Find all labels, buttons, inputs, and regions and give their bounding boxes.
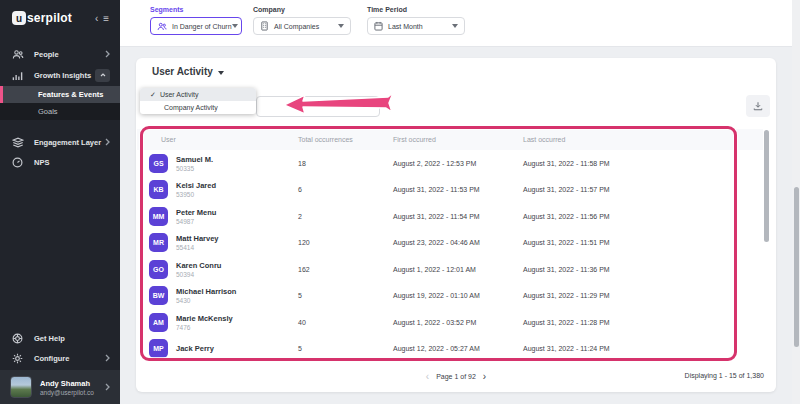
user-id: 50394 xyxy=(176,271,221,278)
displaying-count: Displaying 1 - 15 of 1,380 xyxy=(685,372,764,379)
segments-select[interactable]: In Danger of Churn xyxy=(150,17,242,35)
page-scrollbar[interactable] xyxy=(792,0,800,404)
table-row[interactable]: MP Jack Perry 5 August 12, 2022 - 05:27 … xyxy=(137,336,763,362)
logo-u-icon: u xyxy=(12,11,26,25)
user-id: 7476 xyxy=(176,324,233,331)
user-name: Karen Conru xyxy=(176,261,221,270)
avatar: AM xyxy=(149,313,168,332)
company-filter: Company All Companies xyxy=(253,6,351,35)
occurrences-cell: 6 xyxy=(290,186,385,193)
filter-bar: Segments In Danger of Churn Company All … xyxy=(120,0,792,47)
user-cell: GS Samuel M. 50335 xyxy=(137,154,290,173)
first-occurred-cell: August 31, 2022 - 11:53 PM xyxy=(385,186,515,193)
sidebar-item-label: Get Help xyxy=(34,334,65,343)
user-id: 55414 xyxy=(176,244,219,251)
report-type-dropdown[interactable]: User Activity xyxy=(152,66,224,77)
table-scrollbar-thumb[interactable] xyxy=(764,130,769,242)
sidebar-item-nps[interactable]: NPS xyxy=(0,152,120,172)
chevron-up-icon[interactable] xyxy=(95,69,110,82)
download-button[interactable] xyxy=(746,95,770,117)
report-card: User Activity ✓ User Activity Company Ac… xyxy=(136,58,776,392)
occurrences-cell: 18 xyxy=(290,160,385,167)
people-icon xyxy=(12,49,24,60)
page-scrollbar-thumb[interactable] xyxy=(794,187,799,347)
chevron-right-icon xyxy=(105,354,110,362)
table-row[interactable]: BW Michael Harrison 5430 5 August 19, 20… xyxy=(137,283,763,310)
sidebar-item-goals[interactable]: Goals xyxy=(0,103,120,120)
prev-page-button[interactable]: ‹ xyxy=(419,372,436,382)
avatar: GO xyxy=(149,260,168,279)
segment-people-icon xyxy=(157,22,167,31)
occurrences-cell: 2 xyxy=(290,213,385,220)
logo: u serpilot ‹ ≡ xyxy=(0,0,120,25)
first-occurred-cell: August 23, 2022 - 04:46 AM xyxy=(385,239,515,246)
first-occurred-cell: August 1, 2022 - 12:01 AM xyxy=(385,266,515,273)
sidebar-item-get-help[interactable]: Get Help xyxy=(0,328,120,348)
avatar xyxy=(10,376,32,398)
report-title: User Activity xyxy=(152,66,213,77)
table-body: GS Samuel M. 50335 18 August 2, 2022 - 1… xyxy=(137,150,763,361)
column-header-last-occurred: Last occurred xyxy=(515,136,763,143)
menu-item-label: Company Activity xyxy=(164,104,218,111)
user-id: 54987 xyxy=(176,218,216,225)
user-cell: MR Matt Harvey 55414 xyxy=(137,233,290,252)
occurrences-cell: 120 xyxy=(290,239,385,246)
last-occurred-cell: August 31, 2022 - 11:56 PM xyxy=(515,213,763,220)
avatar: KB xyxy=(149,180,168,199)
page-indicator: Page 1 of 92 xyxy=(436,373,476,380)
company-building-icon xyxy=(260,21,269,31)
last-occurred-cell: August 31, 2022 - 11:58 PM xyxy=(515,160,763,167)
pagination: ‹ Page 1 of 92 › xyxy=(136,361,776,392)
search-input[interactable] xyxy=(256,96,380,117)
company-select[interactable]: All Companies xyxy=(253,17,351,35)
user-cell: BW Michael Harrison 5430 xyxy=(137,286,290,305)
table-row[interactable]: KB Kelsi Jared 53950 6 August 31, 2022 -… xyxy=(137,177,763,204)
menu-item-user-activity[interactable]: ✓ User Activity xyxy=(140,88,256,101)
sidebar-item-engagement-layer[interactable]: Engagement Layer xyxy=(0,132,120,152)
first-occurred-cell: August 31, 2022 - 11:54 PM xyxy=(385,213,515,220)
avatar: MP xyxy=(149,339,168,358)
user-cell: AM Marie McKensly 7476 xyxy=(137,313,290,332)
user-profile[interactable]: Andy Shamah andy@userpilot.co xyxy=(0,370,120,404)
sidebar-item-configure[interactable]: Configure xyxy=(0,348,120,368)
sidebar-item-label: Features & Events xyxy=(38,90,103,99)
occurrences-cell: 5 xyxy=(290,345,385,352)
user-name: Kelsi Jared xyxy=(176,181,216,190)
occurrences-cell: 162 xyxy=(290,266,385,273)
avatar: MR xyxy=(149,233,168,252)
table-row[interactable]: GO Karen Conru 50394 162 August 1, 2022 … xyxy=(137,256,763,283)
gear-icon xyxy=(12,353,24,364)
sidebar-item-label: People xyxy=(34,50,59,59)
table-row[interactable]: MR Matt Harvey 55414 120 August 23, 2022… xyxy=(137,230,763,257)
user-name: Michael Harrison xyxy=(176,287,236,296)
table-row[interactable]: GS Samuel M. 50335 18 August 2, 2022 - 1… xyxy=(137,150,763,177)
user-cell: MP Jack Perry xyxy=(137,339,290,358)
last-occurred-cell: August 31, 2022 - 11:28 PM xyxy=(515,319,763,326)
sidebar-collapse-icon[interactable]: ‹ ≡ xyxy=(95,13,110,24)
sidebar-item-growth-insights[interactable]: Growth Insights xyxy=(0,64,120,86)
occurrences-cell: 5 xyxy=(290,292,385,299)
user-id: 5430 xyxy=(176,297,236,304)
segments-label: Segments xyxy=(150,6,242,13)
column-header-user: User xyxy=(137,136,290,143)
time-period-select[interactable]: Last Month xyxy=(367,17,465,35)
company-value: All Companies xyxy=(274,23,319,30)
next-page-button[interactable]: › xyxy=(476,372,493,382)
user-name: Andy Shamah xyxy=(40,379,94,388)
table-header: User Total occurrences First occurred La… xyxy=(137,129,763,150)
sidebar-item-people[interactable]: People xyxy=(0,44,120,64)
sidebar-item-features-events[interactable]: Features & Events xyxy=(0,86,120,103)
nps-gauge-icon xyxy=(12,157,24,168)
table-row[interactable]: AM Marie McKensly 7476 40 August 1, 2022… xyxy=(137,309,763,336)
user-email: andy@userpilot.co xyxy=(40,389,94,396)
menu-item-company-activity[interactable]: Company Activity xyxy=(140,101,256,114)
first-occurred-cell: August 2, 2022 - 12:53 PM xyxy=(385,160,515,167)
user-name: Samuel M. xyxy=(176,155,213,164)
table-row[interactable]: MM Peter Menu 54987 2 August 31, 2022 - … xyxy=(137,203,763,230)
avatar: GS xyxy=(149,154,168,173)
user-cell: MM Peter Menu 54987 xyxy=(137,207,290,226)
user-cell: KB Kelsi Jared 53950 xyxy=(137,180,290,199)
time-period-value: Last Month xyxy=(388,23,423,30)
user-name: Jack Perry xyxy=(176,344,214,353)
menu-item-label: User Activity xyxy=(160,91,199,98)
